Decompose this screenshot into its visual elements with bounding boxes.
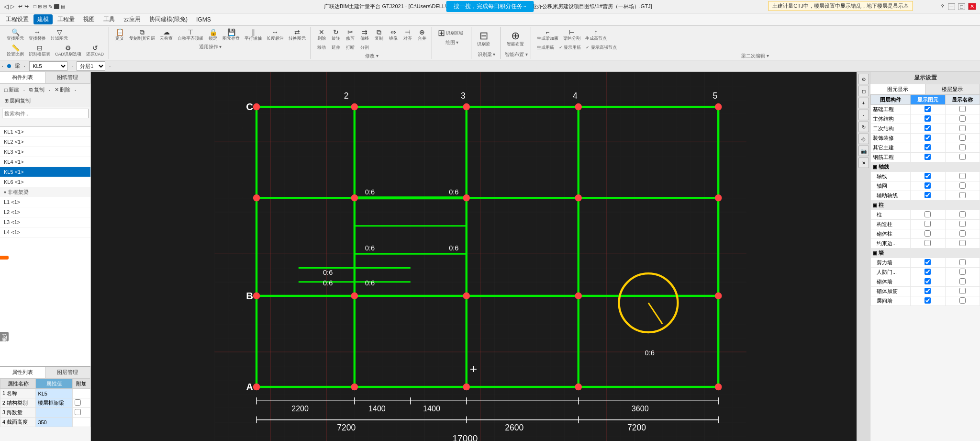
cb-blastdoor-show[interactable] (911, 268, 945, 277)
cb-found-name[interactable] (959, 106, 966, 112)
btn-restore-cad[interactable]: ↺ 还原CAD (84, 44, 106, 58)
tab-elem-display[interactable]: 图元显示 (870, 84, 925, 94)
btn-copy[interactable]: ⧉ 复制 (372, 28, 386, 43)
cb-masonrywall-show[interactable] (911, 277, 945, 287)
cb-mr-elem[interactable] (924, 288, 931, 294)
cb-mw-elem[interactable] (924, 278, 931, 284)
menu-item-view[interactable]: 视图 (79, 14, 99, 24)
btn-break[interactable]: 打断 (344, 44, 357, 52)
cb-auxaxis-name[interactable] (945, 191, 980, 201)
cb-cn-elem[interactable] (924, 240, 931, 246)
cb-constr-show[interactable] (911, 239, 945, 249)
btn-layer-copy[interactable]: ⊞ 层间复制 (2, 96, 33, 105)
menu-item-tools[interactable]: 工具 (100, 14, 119, 24)
list-item-kl6[interactable]: KL6 <1> (0, 177, 90, 187)
canvas-btn-zoom-in[interactable]: + (858, 98, 869, 108)
btn-gen-rebar[interactable]: 生成用筋 (535, 44, 556, 52)
cb-other-name[interactable] (959, 144, 966, 150)
cb-bd-name[interactable] (959, 269, 966, 275)
cb-found-elem[interactable] (924, 106, 931, 112)
btn-rotate[interactable]: ↻ 旋转 (329, 28, 343, 43)
cb-interwall-show[interactable] (911, 296, 945, 306)
cb-cn-name[interactable] (959, 240, 966, 246)
btn-merge[interactable]: ⊕ 合并 (415, 28, 429, 43)
cb-axis-name[interactable] (945, 172, 980, 181)
help-btn[interactable]: ？ (940, 3, 945, 10)
btn-new-component[interactable]: □ 新建 (2, 85, 22, 94)
canvas-btn-close-extra[interactable]: ✕ (858, 158, 869, 168)
cb-axisgrid-name[interactable] (945, 181, 980, 191)
btn-filter[interactable]: ▽ 过滤图元 (49, 28, 70, 43)
cb-structcol-name[interactable] (945, 220, 980, 229)
list-item-kl5[interactable]: KL5 <1> (0, 167, 90, 177)
cb-sw-name[interactable] (959, 259, 966, 265)
tab-component-list[interactable]: 构件列表 (0, 72, 45, 83)
cb-sec-name[interactable] (959, 125, 966, 131)
btn-copy-to-floor[interactable]: ⧉ 复制到其它层 (127, 28, 157, 43)
list-item-l4[interactable]: L4 <1> (0, 227, 90, 237)
list-item-kl1[interactable]: KL1 <1> (0, 127, 90, 137)
maximize-btn[interactable]: □ (958, 3, 965, 10)
btn-delete[interactable]: ✕ 删除 (315, 28, 328, 43)
cb-blastdoor-name[interactable] (945, 268, 980, 277)
canvas-btn-select[interactable]: ◻ (858, 86, 869, 96)
btn-lock[interactable]: 🔒 锁定 (206, 28, 220, 43)
cb-dec-elem[interactable] (924, 135, 931, 141)
menu-item-cloud[interactable]: 云应用 (120, 14, 145, 24)
cb-iw-name[interactable] (959, 297, 966, 304)
btn-find-replace[interactable]: ↔ 查找替换 (27, 28, 48, 43)
btn-mirror[interactable]: ⇔ 镜像 (387, 28, 400, 43)
list-item-kl3[interactable]: KL3 <1> (0, 147, 90, 157)
menu-item-collab[interactable]: 协同建模(限免) (145, 14, 191, 24)
btn-offset[interactable]: ⇉ 偏移 (358, 28, 371, 43)
cb-axisgrid-show[interactable] (911, 181, 945, 191)
cb-foundation-name[interactable] (945, 105, 980, 114)
tab-properties[interactable]: 属性列表 (0, 367, 45, 378)
btn-gen-high-node[interactable]: ↑ 生成高节点 (583, 28, 609, 43)
list-item-kl2[interactable]: KL2 <1> (0, 137, 90, 147)
cb-axis-name-cb[interactable] (959, 173, 966, 179)
cb-secondary-name[interactable] (945, 124, 980, 134)
cb-sc-name[interactable] (959, 221, 966, 227)
btn-parallel-axis[interactable]: ∥ 平行辅轴 (243, 28, 264, 43)
cb-col-show[interactable] (911, 210, 945, 220)
cb-col-name[interactable] (945, 210, 980, 220)
cb-rebar-show[interactable] (911, 153, 945, 162)
list-item-kl4[interactable]: KL4 <1> (0, 157, 90, 167)
cb-shearwall-name[interactable] (945, 258, 980, 268)
cb-other-elem[interactable] (924, 144, 931, 150)
btn-span-split[interactable]: ⊢ 梁跨分割 (561, 28, 582, 43)
cb-interwall-name[interactable] (945, 296, 980, 306)
menu-item-build[interactable]: 建模 (33, 14, 53, 24)
cb-col-name-cb[interactable] (959, 211, 966, 217)
btn-find-elem[interactable]: 🔍 查找图元 (5, 28, 26, 43)
notification-center[interactable]: 搜一搜，完成每日积分任务~ (446, 1, 534, 12)
cb-masonrycol-name[interactable] (945, 229, 980, 239)
cb-constr-name[interactable] (945, 239, 980, 249)
cb-mc-name[interactable] (959, 230, 966, 237)
cb-structure-show[interactable] (911, 114, 945, 124)
btn-trim[interactable]: ✂ 修剪 (344, 28, 357, 43)
btn-extend[interactable]: 延伸 (329, 44, 343, 52)
cb-reb-name[interactable] (959, 154, 966, 160)
cb-reb-elem[interactable] (924, 154, 931, 160)
cb-auxax-elem[interactable] (924, 192, 931, 198)
undo-btn[interactable]: ↩ (18, 3, 22, 10)
cb-iw-elem[interactable] (924, 297, 931, 304)
btn-identify-floor[interactable]: ⊟ 识别楼层表 (27, 44, 52, 58)
extra-cb-3[interactable] (75, 409, 81, 415)
list-item-l1[interactable]: L1 <1> (0, 197, 90, 207)
tab-layer-mgmt[interactable]: 图层管理 (45, 367, 91, 378)
canvas-btn-view[interactable]: ⊙ (858, 74, 869, 84)
cb-axis-show[interactable] (911, 172, 945, 181)
cb-col-elem[interactable] (924, 211, 931, 217)
btn-gen-haunch[interactable]: ⌐ 生成梁加腋 (535, 28, 560, 43)
tab-drawing-mgmt[interactable]: 图纸管理 (45, 72, 91, 83)
btn-auto-align[interactable]: ⊤ 自动平齐顶板 (176, 28, 205, 43)
btn-move[interactable]: 移动 (315, 44, 328, 52)
btn-show-high-node[interactable]: ✓ 显示高强节点 (584, 44, 619, 52)
btn-align[interactable]: ⊣ 对齐 (401, 28, 414, 43)
cb-foundation-show[interactable] (911, 105, 945, 114)
list-group-nonframe[interactable]: ▾ 非框架梁 (0, 187, 90, 197)
cb-masonryrebar-name[interactable] (945, 287, 980, 296)
